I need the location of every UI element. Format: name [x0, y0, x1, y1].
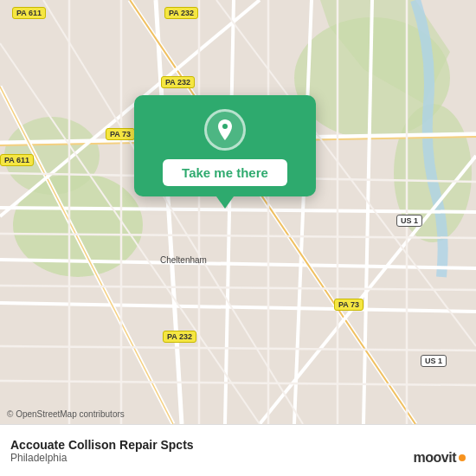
business-location: Philadelphia — [10, 452, 466, 464]
map-background — [0, 0, 476, 424]
popup-card: Take me there — [134, 95, 316, 196]
bottom-bar: Accouate Collison Repair Spcts Philadelp… — [0, 424, 476, 476]
road-badge-us1-right: US 1 — [396, 215, 422, 227]
location-icon-circle — [204, 109, 246, 151]
road-badge-pa73-left: PA 73 — [106, 128, 135, 140]
osm-credit: © OpenStreetMap contributors — [7, 409, 125, 419]
road-badge-pa611-top: PA 611 — [12, 7, 46, 19]
road-badge-pa73-bot: PA 73 — [334, 299, 363, 311]
moovit-dot — [459, 454, 466, 461]
map-container: PA 611 PA 232 PA 232 PA 73 PA 611 PA 232… — [0, 0, 476, 424]
road-badge-pa232-bot: PA 232 — [163, 331, 196, 343]
road-badge-us1-bot: US 1 — [421, 355, 447, 367]
moovit-logo: moovit — [414, 450, 466, 466]
svg-point-35 — [222, 124, 228, 129]
business-name: Accouate Collison Repair Spcts — [10, 438, 466, 452]
road-badge-pa232-mid: PA 232 — [161, 76, 195, 88]
take-me-there-button[interactable]: Take me there — [163, 159, 287, 186]
road-badge-pa611-mid: PA 611 — [0, 154, 34, 166]
moovit-text: moovit — [414, 450, 456, 466]
road-badge-pa232-top: PA 232 — [164, 7, 198, 19]
location-pin-icon — [213, 118, 237, 142]
place-label-cheltenham: Cheltenham — [160, 255, 207, 265]
